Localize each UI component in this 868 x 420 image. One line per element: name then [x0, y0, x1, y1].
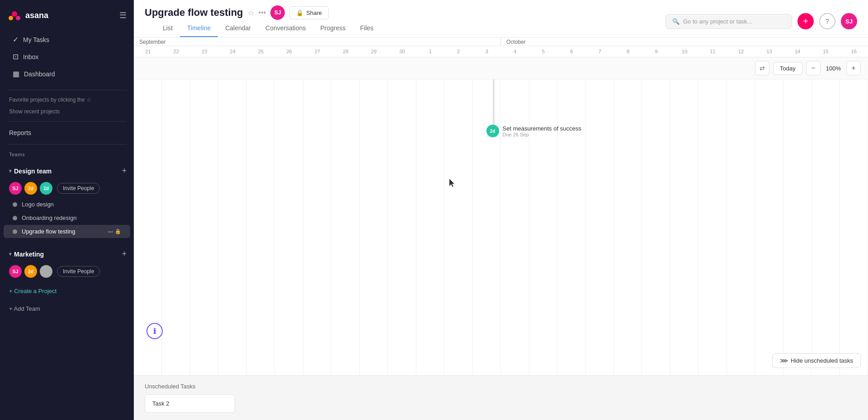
project-item-onboarding[interactable]: Onboarding redesign	[4, 211, 130, 224]
marketing-team-invite-button[interactable]: Invite People	[57, 266, 100, 277]
tab-timeline[interactable]: Timeline	[180, 20, 218, 37]
svg-point-2	[16, 16, 20, 20]
grid-column	[755, 79, 783, 375]
add-team-button[interactable]: + Add Team	[0, 302, 134, 316]
topbar-right: 🔍 Go to any project or task... + ? SJ	[665, 13, 857, 29]
design-team-add-button[interactable]: +	[122, 166, 127, 176]
hamburger-icon[interactable]: ☰	[119, 10, 127, 20]
sidebar-divider-2	[7, 121, 127, 121]
timeline-grid	[134, 79, 868, 375]
timeline-header: September October 2122232425262728293012…	[134, 37, 868, 57]
timeline-dates: 2122232425262728293012345678910111213141…	[134, 46, 868, 57]
project-item-upgrade-flow[interactable]: Upgrade flow testing ••• 🔒	[4, 225, 130, 238]
sidebar-item-my-tasks[interactable]: ✓ My Tasks	[4, 31, 130, 48]
date-cell: 11	[698, 48, 726, 55]
teams-label: Teams	[0, 148, 134, 159]
check-icon: ✓	[13, 35, 19, 44]
double-chevron-icon: ⋙	[780, 357, 788, 364]
grid-column	[303, 79, 331, 375]
design-team-section: ▾ Design team + SJ 2d 2d Invite People L…	[0, 163, 134, 238]
sidebar-item-inbox[interactable]: ⊡ Inbox	[4, 48, 130, 65]
sidebar-nav-label: My Tasks	[23, 36, 49, 43]
grid-column	[444, 79, 472, 375]
timeline-toolbar: ⇄ Today − 100% +	[134, 57, 868, 79]
tab-calendar[interactable]: Calendar	[218, 20, 258, 37]
project-actions: ••• 🔒	[108, 229, 121, 234]
today-button[interactable]: Today	[773, 62, 802, 75]
grid-column	[360, 79, 388, 375]
marketing-team-header: ▾ Marketing +	[0, 246, 134, 262]
tab-list[interactable]: List	[156, 20, 180, 37]
grid-column	[388, 79, 416, 375]
filter-icon: ⇄	[760, 65, 765, 72]
project-name: Onboarding redesign	[22, 215, 76, 221]
tab-progress[interactable]: Progress	[313, 20, 353, 37]
sidebar-item-reports[interactable]: Reports	[0, 125, 134, 140]
share-button[interactable]: 🔒 Share	[289, 6, 329, 19]
hide-unscheduled-button[interactable]: ⋙ Hide unscheduled tasks	[772, 353, 861, 368]
date-cell: 30	[388, 48, 416, 55]
design-team-invite-button[interactable]: Invite People	[57, 183, 100, 194]
tab-files[interactable]: Files	[353, 20, 381, 37]
lock-small-icon: 🔒	[296, 9, 303, 16]
design-team-header: ▾ Design team +	[0, 163, 134, 179]
date-cell: 14	[783, 48, 811, 55]
grid-column	[783, 79, 811, 375]
zoom-out-button[interactable]: −	[806, 61, 821, 75]
marketing-team-name: Marketing	[14, 251, 44, 258]
topbar: Upgrade flow testing ☆ ••• SJ 🔒 Share Li…	[134, 0, 868, 37]
task-card-task2[interactable]: Task 2	[145, 394, 235, 413]
timeline-body: 2d Set measurements of success Due 26 Se…	[134, 79, 868, 375]
sidebar-header: asana ☰	[0, 0, 134, 27]
marketing-team-avatar-row: SJ 2d Invite People	[0, 262, 134, 280]
star-icon: ☆	[86, 97, 91, 103]
marketing-team-name-row[interactable]: ▾ Marketing	[9, 251, 44, 258]
more-options-icon[interactable]: •••	[259, 9, 266, 17]
sidebar-nav: ✓ My Tasks ⊡ Inbox ▦ Dashboard	[0, 27, 134, 86]
chevron-down-icon: ▾	[9, 168, 11, 173]
sidebar-nav-label: Dashboard	[24, 70, 55, 78]
month-october: October	[501, 37, 531, 48]
create-task-button[interactable]: +	[797, 13, 814, 29]
date-cell: 16	[840, 48, 868, 55]
design-team-name: Design team	[14, 168, 52, 175]
filter-button[interactable]: ⇄	[755, 61, 769, 75]
avatar-2d-orange: 2d	[24, 182, 37, 195]
search-icon: 🔍	[672, 18, 679, 25]
design-team-name-row[interactable]: ▾ Design team	[9, 168, 52, 175]
zoom-in-button[interactable]: +	[846, 61, 861, 75]
unscheduled-section: Unscheduled Tasks Task 2	[134, 375, 868, 420]
project-name: Logo design	[22, 201, 54, 208]
project-name: Upgrade flow testing	[22, 228, 75, 235]
timeline-container: September October 2122232425262728293012…	[134, 37, 868, 420]
grid-column	[331, 79, 359, 375]
info-circle-button[interactable]: ℹ	[146, 323, 163, 339]
sidebar: asana ☰ ✓ My Tasks ⊡ Inbox ▦ Dashboard F…	[0, 0, 134, 420]
more-dots-icon[interactable]: •••	[108, 229, 113, 234]
user-avatar[interactable]: SJ	[841, 13, 857, 29]
search-bar[interactable]: 🔍 Go to any project or task...	[665, 14, 792, 29]
svg-point-1	[9, 16, 13, 20]
grid-column	[811, 79, 840, 375]
grid-column	[840, 79, 868, 375]
svg-point-0	[12, 11, 17, 17]
marketing-team-add-button[interactable]: +	[122, 249, 127, 259]
sidebar-item-dashboard[interactable]: ▦ Dashboard	[4, 65, 130, 82]
grid-column	[218, 79, 246, 375]
date-cell: 1	[416, 48, 444, 55]
date-cell: 7	[586, 48, 614, 55]
zoom-level: 100%	[824, 65, 843, 72]
star-icon[interactable]: ☆	[248, 9, 254, 17]
timeline-task[interactable]: 2d Set measurements of success Due 26 Se…	[486, 125, 581, 137]
grid-column	[698, 79, 726, 375]
help-button[interactable]: ?	[819, 13, 835, 29]
show-recent[interactable]: Show recent projects	[0, 106, 134, 117]
date-cell: 15	[811, 48, 840, 55]
project-item-logo-design[interactable]: Logo design	[4, 198, 130, 211]
avatar-sj: SJ	[9, 182, 22, 195]
asana-logo[interactable]: asana	[7, 8, 48, 23]
grid-column	[501, 79, 529, 375]
create-project-button[interactable]: + Create a Project	[0, 284, 134, 298]
date-cell: 27	[303, 48, 331, 55]
tab-conversations[interactable]: Conversations	[258, 20, 313, 37]
